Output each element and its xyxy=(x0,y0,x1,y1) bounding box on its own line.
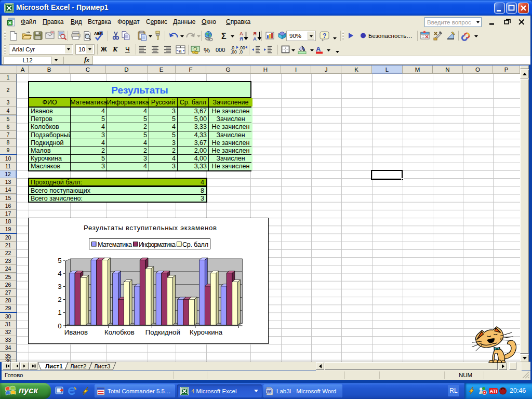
svg-text:4: 4 xyxy=(58,270,61,277)
svg-text:a: a xyxy=(179,48,182,54)
svg-text:А: А xyxy=(316,45,321,53)
svg-text:,00: ,00 xyxy=(231,49,237,55)
svg-text:0: 0 xyxy=(58,322,61,330)
svg-text:Курочкина: Курочкина xyxy=(190,328,223,336)
svg-text:ATI: ATI xyxy=(490,388,498,394)
svg-text:Подкидной: Подкидной xyxy=(145,328,180,336)
svg-text:2: 2 xyxy=(58,296,61,303)
svg-text:W: W xyxy=(267,388,271,393)
svg-text:?: ? xyxy=(323,32,326,39)
svg-text:%: % xyxy=(204,46,210,54)
svg-text:Колобков: Колобков xyxy=(104,328,135,336)
svg-text:Иванов: Иванов xyxy=(64,328,88,336)
svg-text:Информатика: Информатика xyxy=(139,241,176,248)
svg-text:Результаты вступительных экзам: Результаты вступительных экзаменов xyxy=(84,224,217,232)
svg-text:3: 3 xyxy=(58,283,61,290)
svg-text:А: А xyxy=(253,36,257,42)
svg-text:1: 1 xyxy=(58,309,61,316)
svg-text:Лист1: Лист1 xyxy=(45,363,63,369)
svg-text:5: 5 xyxy=(58,257,61,264)
svg-text:Σ: Σ xyxy=(221,32,227,41)
svg-text:Лист3: Лист3 xyxy=(94,363,110,369)
svg-text:,0: ,0 xyxy=(239,49,243,55)
svg-text:000: 000 xyxy=(216,47,225,53)
svg-text:Ср. балл: Ср. балл xyxy=(182,241,208,248)
svg-text:Математика: Математика xyxy=(98,241,132,248)
svg-text:Лист2: Лист2 xyxy=(70,363,86,369)
svg-text:Я: Я xyxy=(240,36,243,42)
